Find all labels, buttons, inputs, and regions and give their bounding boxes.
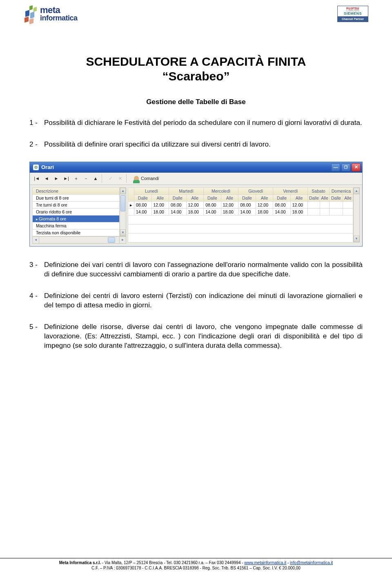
day-header: Giovedì (238, 187, 273, 194)
logo-mark-icon (24, 6, 38, 22)
paragraph-2-text: Possibilità di definire orari specifici … (44, 140, 363, 149)
minimize-button[interactable]: — (331, 163, 340, 171)
descrizione-cell[interactable]: Macchina ferma (33, 222, 120, 229)
descrizione-header: Descrizione (33, 187, 120, 194)
scroll-right-icon[interactable]: ► (119, 237, 126, 243)
time-cell[interactable]: 18.00 (186, 208, 204, 215)
paragraph-3-text: Definizione dei vari centri di lavoro co… (44, 260, 363, 279)
subcol-header: Dalle (134, 194, 152, 201)
time-cell[interactable]: 12.00 (256, 201, 273, 208)
comandi-label: Comandi (141, 176, 159, 181)
nav-first-button[interactable]: |◄ (32, 174, 41, 183)
scroll-up-icon[interactable]: ▲ (120, 188, 126, 194)
subcol-header: Dalle (329, 194, 343, 201)
descrizione-cell[interactable]: Due turni di 8 ore (33, 194, 120, 201)
edit-button[interactable]: ▲ (91, 174, 100, 183)
subcol-header: Alle (186, 194, 204, 201)
time-cell[interactable]: 12.00 (221, 201, 238, 208)
time-cell[interactable]: 08.00 (134, 201, 152, 208)
time-cell[interactable]: 12.00 (290, 201, 308, 208)
descrizione-table[interactable]: Descrizione Due turni di 8 oreTre turni … (32, 187, 120, 236)
close-button[interactable]: ✕ (352, 163, 361, 171)
subcol-header: Alle (256, 194, 273, 201)
add-button[interactable]: ＋ (71, 174, 80, 183)
person-icon (134, 176, 139, 181)
subcol-header: Alle (320, 194, 329, 201)
time-cell[interactable] (320, 201, 329, 208)
day-header: Mercoledì (204, 187, 238, 194)
confirm-button[interactable]: ✓ (106, 174, 115, 183)
subcol-header: Alle (151, 194, 169, 201)
logo-text-line2: informatica (40, 15, 78, 22)
scroll-up-icon[interactable]: ▲ (354, 188, 359, 194)
paragraph-2-num: 2 - (29, 140, 44, 149)
paragraph-4-num: 4 - (29, 291, 44, 310)
window-titlebar[interactable]: ⊙ Orari — ❐ ✕ (30, 162, 362, 173)
right-scrollbar[interactable]: ▲ ▼ (353, 187, 360, 242)
time-cell[interactable]: 12.00 (186, 201, 204, 208)
scroll-down-icon[interactable]: ▼ (354, 236, 359, 242)
time-cell[interactable]: 18.00 (221, 208, 238, 215)
cancel-button[interactable]: ✕ (116, 174, 125, 183)
descrizione-cell[interactable]: Orario ridotto 6 ore (33, 208, 120, 215)
footer-website-link[interactable]: www.metainformatica.it (244, 560, 286, 565)
window-title: Orari (41, 164, 54, 170)
company-logo: meta informatica (24, 6, 78, 22)
subcol-header: Dalle (273, 194, 291, 201)
left-scrollbar[interactable]: ▲ ▼ (120, 187, 126, 236)
nav-prev-button[interactable]: ◄ (42, 174, 51, 183)
time-cell[interactable]: 12.00 (151, 201, 169, 208)
badge-brand2: SIEMENS (344, 11, 362, 16)
time-cell[interactable] (329, 208, 343, 215)
time-cell[interactable]: 14.00 (273, 208, 291, 215)
time-cell[interactable] (308, 208, 320, 215)
time-cell[interactable] (343, 208, 353, 215)
time-cell[interactable]: 14.00 (169, 208, 187, 215)
time-cell[interactable]: 14.00 (134, 208, 152, 215)
paragraph-4-text: Definizione dei centri di lavoro esterni… (44, 291, 363, 310)
subcol-header: Alle (221, 194, 238, 201)
paragraph-5-num: 5 - (29, 322, 44, 351)
subcol-header: Alle (290, 194, 308, 201)
descrizione-cell[interactable]: Terzista non disponibile (33, 229, 120, 236)
paragraph-1-text: Possibilità di dichiarare le Festività d… (44, 118, 363, 128)
paragraph-2: 2 - Possibilità di definire orari specif… (29, 140, 363, 149)
time-cell[interactable] (343, 201, 353, 208)
comandi-button[interactable]: Comandi (130, 174, 163, 183)
time-cell[interactable]: 08.00 (169, 201, 187, 208)
time-cell[interactable]: 18.00 (151, 208, 169, 215)
subcol-header: Dalle (169, 194, 187, 201)
day-header: Lunedì (134, 187, 169, 194)
scroll-down-icon[interactable]: ▼ (120, 229, 126, 236)
empty-row (128, 233, 353, 242)
page-title-line1: SCHEDULATORE A CAPACITÀ FINITA (29, 55, 363, 69)
time-cell[interactable]: 08.00 (238, 201, 256, 208)
scroll-left-icon[interactable]: ◄ (33, 237, 39, 243)
time-cell[interactable]: 18.00 (256, 208, 273, 215)
time-cell[interactable]: 14.00 (238, 208, 256, 215)
time-cell[interactable]: 14.00 (204, 208, 221, 215)
descrizione-cell[interactable]: Tre turni di 8 ore (33, 201, 120, 208)
descrizione-cell[interactable]: Giornata 8 ore (33, 215, 120, 222)
paragraph-5: 5 - Definizione delle risorse, diverse d… (29, 322, 363, 351)
day-header: Venerdì (273, 187, 308, 194)
restore-button[interactable]: ❐ (341, 163, 350, 171)
orari-window: ⊙ Orari — ❐ ✕ |◄ ◄ ► ►| ＋ － ▲ ✓ ✕ Comand… (29, 162, 363, 247)
time-cell[interactable] (308, 201, 320, 208)
time-cell[interactable] (320, 208, 329, 215)
footer-line2: C.F. – P.IVA : 03069730178 - C.C.I.A.A. … (0, 565, 392, 571)
subcol-header: Dalle (204, 194, 221, 201)
footer-email-link[interactable]: info@metainformatica.it (290, 560, 333, 565)
time-cell[interactable] (329, 201, 343, 208)
time-cell[interactable]: 18.00 (290, 208, 308, 215)
nav-next-button[interactable]: ► (52, 174, 61, 183)
subcol-header: Alle (343, 194, 353, 201)
time-cell[interactable]: 08.00 (204, 201, 221, 208)
logo-text-line1: meta (40, 6, 78, 15)
left-h-scrollbar[interactable]: ◄ ► (32, 236, 126, 244)
remove-button[interactable]: － (81, 174, 90, 183)
orari-table[interactable]: LunedìMartedìMercoledìGiovedìVenerdìSaba… (128, 187, 353, 242)
paragraph-3-num: 3 - (29, 260, 44, 279)
nav-last-button[interactable]: ►| (62, 174, 71, 183)
time-cell[interactable]: 08.00 (273, 201, 291, 208)
